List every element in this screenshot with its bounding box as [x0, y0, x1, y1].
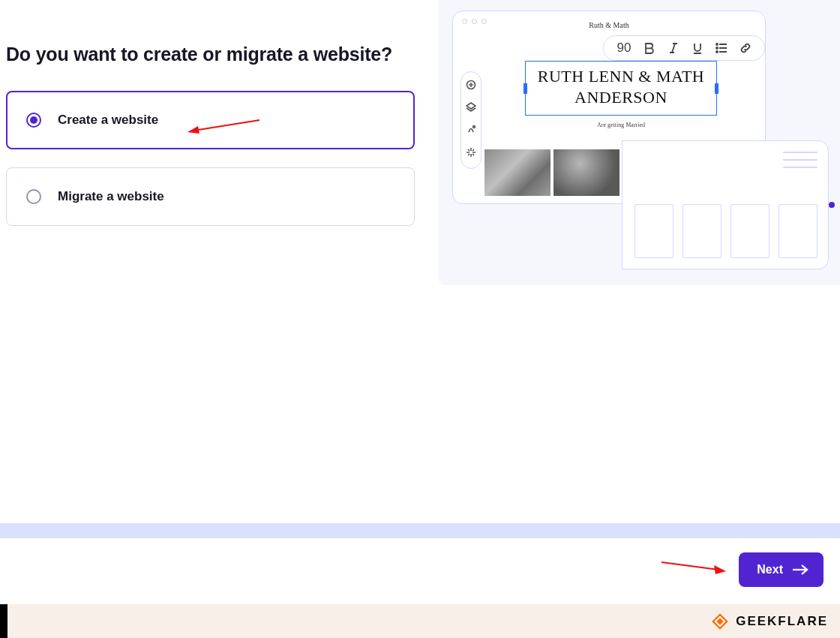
radio-selected-icon	[26, 113, 41, 128]
svg-marker-21	[717, 618, 724, 624]
svg-marker-15	[466, 103, 476, 109]
add-element-icon[interactable]	[466, 80, 476, 93]
svg-point-8	[716, 51, 718, 53]
sparkle-icon[interactable]	[466, 147, 476, 161]
arrow-right-icon	[792, 564, 808, 576]
preview-area: Ruth & Math 90 RUTH LENN & MATH ANDERSON…	[439, 0, 840, 285]
svg-point-16	[473, 126, 476, 128]
page-thumb[interactable]	[730, 204, 770, 258]
next-button[interactable]: Next	[739, 552, 824, 587]
next-button-label: Next	[757, 563, 783, 576]
page-heading: Do you want to create or migrate a websi…	[6, 44, 415, 65]
layers-icon[interactable]	[466, 102, 476, 116]
photo-thumb	[554, 149, 620, 196]
svg-point-7	[716, 47, 718, 49]
svg-line-17	[662, 562, 718, 570]
svg-line-4	[672, 44, 675, 53]
page-thumb[interactable]	[634, 204, 674, 258]
annotation-arrow-icon	[658, 558, 728, 576]
placeholder-lines-icon	[783, 152, 818, 174]
option-migrate-website[interactable]: Migrate a website	[6, 167, 415, 226]
geekflare-logo-icon	[712, 613, 728, 630]
option-create-website[interactable]: Create a website	[6, 91, 415, 149]
preview-subhead: Are getting Married	[484, 122, 758, 128]
headline-line1: RUTH LENN & MATH	[529, 66, 713, 87]
underline-icon[interactable]	[691, 41, 704, 55]
page-thumb[interactable]	[778, 204, 818, 258]
watermark-brand: GEEKFLARE	[736, 614, 828, 629]
italic-icon[interactable]	[667, 41, 680, 55]
question-panel: Do you want to create or migrate a websi…	[6, 44, 415, 244]
watermark-bar: GEEKFLARE	[0, 604, 840, 638]
option-label: Create a website	[58, 113, 158, 128]
svg-marker-18	[714, 565, 726, 574]
progress-band	[0, 523, 840, 538]
headline-line2: ANDERSON	[529, 87, 713, 108]
svg-point-6	[716, 44, 718, 45]
bold-icon[interactable]	[643, 41, 656, 55]
wizard-footer: Next	[0, 538, 840, 604]
style-icon[interactable]	[466, 125, 476, 138]
font-size-value[interactable]: 90	[616, 41, 632, 56]
page-thumbnails	[634, 204, 818, 258]
page-manager-card	[622, 140, 829, 269]
option-label: Migrate a website	[58, 189, 164, 204]
radio-unselected-icon	[26, 189, 41, 204]
site-title: Ruth & Math	[453, 21, 765, 29]
selected-text-frame[interactable]: RUTH LENN & MATH ANDERSON	[525, 61, 717, 116]
editor-tool-strip	[460, 71, 482, 169]
photo-thumb	[484, 149, 550, 196]
text-format-toolbar: 90	[603, 35, 765, 61]
resize-handle-icon	[829, 202, 835, 208]
list-icon[interactable]	[715, 41, 728, 55]
page-thumb[interactable]	[682, 204, 722, 258]
link-icon[interactable]	[739, 41, 752, 55]
